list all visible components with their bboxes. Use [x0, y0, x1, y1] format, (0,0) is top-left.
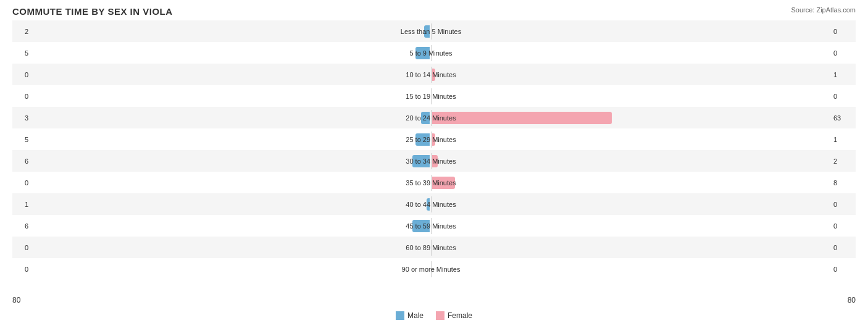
- male-value: 3: [12, 114, 31, 122]
- female-bar: [432, 69, 435, 81]
- table-row: 525 to 29 Minutes1: [12, 128, 856, 150]
- dual-bar: 35 to 39 Minutes: [31, 175, 831, 191]
- dual-bar: 40 to 44 Minutes: [31, 196, 831, 212]
- bars-wrapper: 35 to 39 Minutes: [31, 172, 831, 193]
- dual-bar: 30 to 34 Minutes: [31, 153, 831, 169]
- female-value: 0: [831, 49, 856, 57]
- male-bar-side: [31, 261, 431, 277]
- female-bar: [432, 133, 435, 146]
- center-divider: [431, 132, 432, 148]
- female-bar-side: [431, 67, 831, 83]
- bars-wrapper: 15 to 19 Minutes: [31, 85, 831, 107]
- dual-bar: 5 to 9 Minutes: [31, 45, 831, 61]
- table-row: 55 to 9 Minutes0: [12, 42, 856, 64]
- dual-bar: Less than 5 Minutes: [31, 23, 831, 40]
- male-legend-box: [396, 311, 404, 320]
- male-bar-side: [31, 110, 431, 126]
- axis-left: 80: [12, 296, 20, 304]
- male-bar: [421, 112, 430, 124]
- table-row: 010 to 14 Minutes1: [12, 64, 856, 85]
- female-bar: [432, 155, 438, 167]
- bars-wrapper: 30 to 34 Minutes: [31, 150, 831, 172]
- center-divider: [431, 67, 432, 83]
- female-value: 0: [831, 222, 856, 230]
- bars-wrapper: 5 to 9 Minutes: [31, 42, 831, 64]
- male-bar-side: [31, 218, 431, 234]
- dual-bar: 10 to 14 Minutes: [31, 67, 831, 83]
- female-bar-side: [431, 132, 831, 148]
- table-row: 060 to 89 Minutes0: [12, 237, 856, 258]
- male-value: 0: [12, 266, 31, 273]
- female-bar-side: [431, 110, 831, 126]
- male-bar: [412, 155, 430, 167]
- center-divider: [431, 196, 432, 212]
- male-value: 0: [12, 71, 31, 78]
- dual-bar: 45 to 59 Minutes: [31, 218, 831, 234]
- dual-bar: 90 or more Minutes: [31, 261, 831, 277]
- bars-wrapper: 45 to 59 Minutes: [31, 215, 831, 237]
- female-bar-side: [431, 153, 831, 169]
- female-bar-side: [431, 240, 831, 256]
- chart-title: COMMUTE TIME BY SEX IN VIOLA: [12, 6, 856, 17]
- male-value: 0: [12, 93, 31, 100]
- male-bar: [424, 25, 430, 38]
- dual-bar: 25 to 29 Minutes: [31, 132, 831, 148]
- male-legend-label: Male: [407, 311, 424, 320]
- female-bar-side: [431, 196, 831, 212]
- female-bar-side: [431, 175, 831, 191]
- center-divider: [431, 23, 432, 40]
- male-value: 0: [12, 179, 31, 187]
- dual-bar: 15 to 19 Minutes: [31, 88, 831, 104]
- female-bar-side: [431, 261, 831, 277]
- female-legend-label: Female: [448, 311, 472, 320]
- center-divider: [431, 153, 432, 169]
- chart-container: COMMUTE TIME BY SEX IN VIOLA Source: Zip…: [0, 0, 868, 323]
- bars-wrapper: 90 or more Minutes: [31, 258, 831, 280]
- bars-wrapper: Less than 5 Minutes: [31, 20, 831, 42]
- male-value: 6: [12, 157, 31, 165]
- table-row: 645 to 59 Minutes0: [12, 215, 856, 237]
- center-divider: [431, 240, 432, 256]
- female-value: 0: [831, 93, 856, 100]
- female-value: 63: [831, 114, 856, 122]
- table-row: 320 to 24 Minutes63: [12, 107, 856, 128]
- male-bar: [412, 220, 430, 232]
- table-row: 630 to 34 Minutes2: [12, 150, 856, 172]
- male-bar-side: [31, 175, 431, 191]
- male-bar: [415, 133, 430, 146]
- center-divider: [431, 261, 432, 277]
- female-bar-side: [431, 45, 831, 61]
- male-bar-side: [31, 23, 431, 40]
- chart-area: 2Less than 5 Minutes055 to 9 Minutes0010…: [12, 20, 856, 275]
- female-bar: [432, 112, 612, 124]
- center-divider: [431, 218, 432, 234]
- female-value: 0: [831, 266, 856, 273]
- male-value: 1: [12, 201, 31, 208]
- legend-male: Male: [396, 311, 424, 320]
- male-value: 6: [12, 222, 31, 230]
- dual-bar: 60 to 89 Minutes: [31, 240, 831, 256]
- female-value: 1: [831, 71, 856, 78]
- table-row: 035 to 39 Minutes8: [12, 172, 856, 193]
- male-bar: [427, 198, 430, 211]
- bars-wrapper: 60 to 89 Minutes: [31, 237, 831, 258]
- center-divider: [431, 110, 432, 126]
- source-label: Source: ZipAtlas.com: [791, 6, 856, 14]
- center-divider: [431, 88, 432, 104]
- female-bar-side: [431, 88, 831, 104]
- female-legend-box: [436, 311, 444, 320]
- legend: Male Female: [396, 311, 472, 320]
- female-value: 8: [831, 179, 856, 187]
- female-bar-side: [431, 218, 831, 234]
- female-value: 0: [831, 244, 856, 251]
- center-divider: [431, 175, 432, 191]
- male-bar-side: [31, 45, 431, 61]
- male-bar-side: [31, 153, 431, 169]
- female-bar-side: [431, 23, 831, 40]
- bars-wrapper: 20 to 24 Minutes: [31, 107, 831, 128]
- female-value: 0: [831, 28, 856, 35]
- table-row: 015 to 19 Minutes0: [12, 85, 856, 107]
- male-bar-side: [31, 196, 431, 212]
- bars-wrapper: 40 to 44 Minutes: [31, 193, 831, 215]
- male-bar-side: [31, 67, 431, 83]
